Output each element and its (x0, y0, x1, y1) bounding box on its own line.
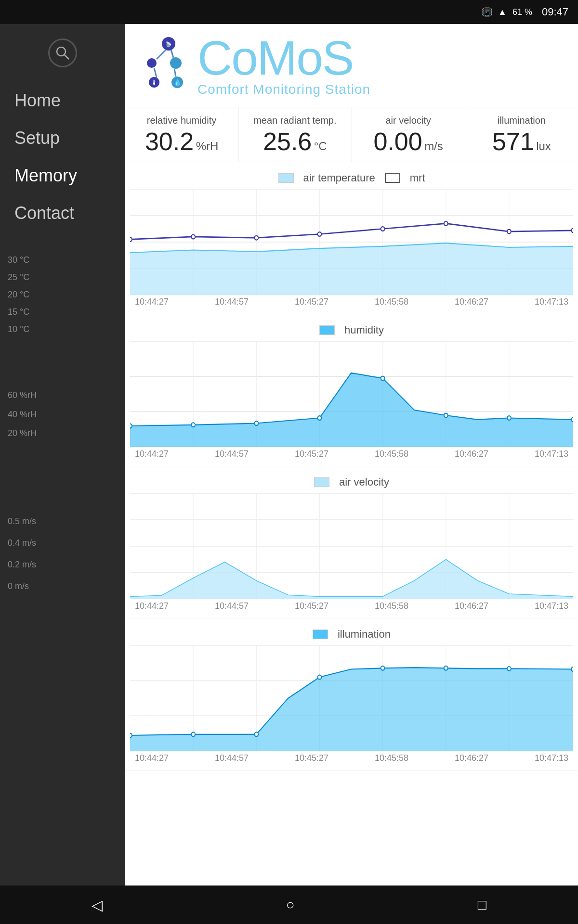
humidity-chart (130, 341, 573, 447)
sidebar-navigation: Home Setup Memory Contact (0, 82, 125, 232)
svg-point-32 (444, 221, 448, 226)
temperature-x-labels: 10:44:27 10:44:57 10:45:27 10:45:58 10:4… (130, 295, 573, 309)
humidity-legend-box (319, 325, 335, 335)
temperature-chart (130, 189, 573, 295)
svg-point-77 (130, 733, 132, 738)
sidebar-item-memory[interactable]: Memory (0, 157, 125, 194)
temperature-legend: air temperature mrt (130, 172, 573, 184)
svg-marker-26 (130, 243, 573, 295)
svg-text:🌡: 🌡 (151, 78, 158, 86)
recent-button[interactable]: □ (463, 892, 501, 918)
svg-text:📡: 📡 (166, 41, 172, 47)
svg-point-82 (444, 666, 448, 670)
humidity-legend-label: humidity (344, 324, 384, 336)
chart-y-label: 0.2 m/s (8, 554, 118, 576)
illumination-chart-section: illumination (125, 618, 578, 770)
illumination-legend-label: illumination (338, 628, 391, 641)
sidebar-search (0, 34, 125, 82)
illumination-legend-box (313, 629, 328, 639)
illumination-chart-svg (130, 645, 573, 751)
vibrate-icon: 📳 (482, 7, 492, 17)
air-velocity-chart-svg (130, 493, 573, 599)
svg-point-49 (318, 416, 322, 420)
svg-point-30 (318, 232, 322, 236)
svg-point-31 (381, 227, 385, 231)
battery-level: 61 % (512, 7, 532, 17)
illumination-x-labels: 10:44:27 10:44:57 10:45:27 10:45:58 10:4… (130, 751, 573, 765)
air-velocity-chart (130, 493, 573, 599)
home-button[interactable]: ○ (271, 892, 309, 918)
status-bar: 📳 ▲ 61 % 09:47 (0, 0, 578, 24)
sensor-illumination-label: illumination (475, 115, 568, 126)
app-header: ◈ 💧 🌡 📡 CoMoS Comfort Monitoring Station (125, 24, 578, 107)
charts-container: air temperature mrt (125, 162, 578, 770)
chart-y-label: 40 %rH (8, 405, 118, 424)
svg-point-78 (191, 732, 195, 736)
chart-y-label: 25 °C (8, 269, 118, 286)
svg-point-83 (507, 667, 511, 671)
svg-marker-45 (130, 373, 573, 447)
svg-point-80 (318, 675, 322, 680)
air-temp-legend-label: air temperature (303, 172, 375, 184)
sensor-velocity-label: air velocity (362, 115, 455, 126)
illumination-chart (130, 645, 573, 751)
chart-y-label: 0.5 m/s (8, 511, 118, 532)
app-title: CoMoS (197, 34, 370, 82)
svg-text:💧: 💧 (173, 78, 182, 87)
sensor-illumination: illumination 571 lux (465, 107, 578, 162)
sensor-air-velocity: air velocity 0.00 m/s (352, 107, 465, 162)
humidity-x-labels: 10:44:27 10:44:57 10:45:27 10:45:58 10:4… (130, 447, 573, 461)
sensor-humidity-value: 30.2 %rH (135, 129, 228, 154)
svg-point-48 (254, 421, 258, 425)
svg-point-29 (254, 236, 258, 240)
chart-y-label: 60 %rH (8, 386, 118, 405)
temperature-chart-section: air temperature mrt (125, 162, 578, 314)
svg-line-11 (174, 69, 176, 77)
chart-y-label: 20 %rH (8, 424, 118, 443)
svg-point-34 (571, 228, 573, 232)
svg-point-81 (381, 666, 385, 670)
humidity-legend: humidity (130, 324, 573, 336)
sidebar-item-contact[interactable]: Contact (0, 194, 125, 232)
svg-point-47 (191, 423, 195, 427)
sidebar-item-home[interactable]: Home (0, 82, 125, 119)
chart-y-label: 20 °C (8, 286, 118, 303)
humidity-chart-section: humidity (125, 314, 578, 466)
sensor-humidity-label: relative humidity (135, 115, 228, 126)
svg-point-50 (381, 376, 385, 381)
svg-point-84 (571, 667, 573, 671)
air-velocity-chart-section: air velocity (125, 466, 578, 618)
svg-point-0 (57, 47, 66, 56)
sidebar-item-setup[interactable]: Setup (0, 119, 125, 157)
app-logo: ◈ 💧 🌡 📡 (140, 37, 197, 94)
air-velocity-legend-label: air velocity (339, 476, 389, 488)
chart-y-label: 30 °C (8, 251, 118, 269)
svg-marker-76 (130, 667, 573, 751)
svg-line-9 (171, 50, 173, 58)
sensor-humidity: relative humidity 30.2 %rH (125, 107, 238, 162)
svg-point-79 (254, 732, 258, 736)
search-icon[interactable] (48, 38, 77, 67)
svg-line-10 (154, 68, 157, 77)
back-button[interactable]: ◁ (77, 892, 117, 918)
svg-line-1 (65, 55, 69, 59)
mrt-legend-box (385, 173, 400, 183)
content-area: ◈ 💧 🌡 📡 CoMoS Comfort Monitoring Station (125, 24, 578, 886)
svg-point-33 (507, 230, 511, 234)
svg-point-46 (130, 424, 132, 428)
sensor-mrt-value: 25.6 °C (248, 129, 342, 154)
illumination-legend: illumination (130, 628, 573, 641)
sensor-mrt: mean radiant temp. 25.6 °C (238, 107, 352, 162)
svg-line-8 (157, 50, 166, 59)
air-temp-legend-box (278, 173, 294, 183)
air-velocity-legend-box (314, 477, 329, 487)
app-subtitle: Comfort Monitoring Station (197, 82, 370, 97)
svg-point-3 (147, 58, 157, 68)
bottom-navigation: ◁ ○ □ (0, 886, 578, 924)
air-velocity-legend: air velocity (130, 476, 573, 488)
header-title-area: CoMoS Comfort Monitoring Station (197, 34, 370, 97)
clock: 09:47 (542, 6, 568, 18)
sensor-mrt-label: mean radiant temp. (248, 115, 342, 126)
svg-point-52 (507, 416, 511, 420)
svg-point-28 (191, 235, 195, 239)
